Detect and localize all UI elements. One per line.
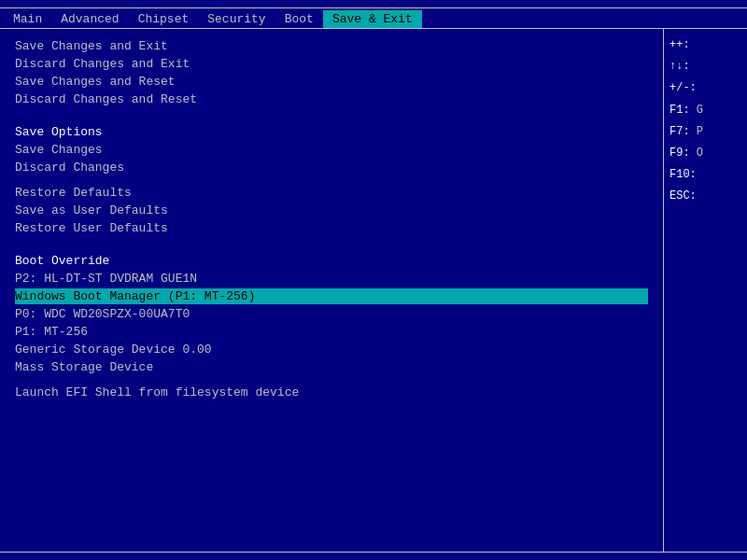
nav-tab-save---exit[interactable]: Save & Exit — [323, 10, 422, 28]
menu-spacer-12 — [15, 238, 648, 244]
menu-item-17[interactable]: P1: MT-256 — [15, 324, 648, 340]
menu-item-18[interactable]: Generic Storage Device 0.00 — [15, 342, 648, 357]
menu-item-1[interactable]: Discard Changes and Exit — [15, 56, 648, 72]
menu-item-10[interactable]: Save as User Defaults — [15, 203, 648, 218]
help-key-5: F9: O — [669, 145, 741, 162]
title-bar — [0, 0, 747, 8]
menu-item-15[interactable]: Windows Boot Manager (P1: MT-256) — [15, 288, 648, 304]
menu-item-7[interactable]: Discard Changes — [15, 160, 648, 175]
menu-item-2[interactable]: Save Changes and Reset — [15, 74, 648, 90]
help-key-7: ESC: — [669, 188, 741, 205]
left-panel: Save Changes and ExitDiscard Changes and… — [0, 29, 663, 552]
right-panel: ++: ↑↓: +/-: F1: GF7: PF9: OF10: ESC: — [663, 29, 747, 552]
menu-item-0[interactable]: Save Changes and Exit — [15, 38, 648, 54]
menu-spacer-8 — [15, 177, 648, 183]
menu-spacer-20 — [15, 377, 648, 383]
menu-item-3[interactable]: Discard Changes and Reset — [15, 91, 648, 107]
nav-tab-boot[interactable]: Boot — [275, 10, 323, 28]
nav-tab-main[interactable]: Main — [4, 10, 51, 28]
nav-tabs: MainAdvancedChipsetSecurityBootSave & Ex… — [0, 8, 747, 29]
bios-screen: MainAdvancedChipsetSecurityBootSave & Ex… — [0, 0, 747, 560]
nav-tab-security[interactable]: Security — [198, 10, 275, 28]
menu-spacer-4 — [15, 109, 648, 115]
help-key-6: F10: — [669, 166, 741, 184]
menu-item-21[interactable]: Launch EFI Shell from filesystem device — [15, 385, 648, 400]
menu-item-5: Save Options — [15, 124, 648, 140]
footer — [0, 552, 747, 560]
help-key-4: F7: P — [669, 123, 741, 141]
menu-item-11[interactable]: Restore User Defaults — [15, 220, 648, 236]
nav-tab-chipset[interactable]: Chipset — [129, 10, 199, 28]
menu-item-14[interactable]: P2: HL-DT-ST DVDRAM GUE1N — [15, 271, 648, 287]
menu-item-6[interactable]: Save Changes — [15, 142, 648, 158]
menu-item-13: Boot Override — [15, 253, 648, 269]
nav-tab-advanced[interactable]: Advanced — [51, 10, 128, 28]
menu-item-19[interactable]: Mass Storage Device — [15, 359, 648, 375]
menu-item-9[interactable]: Restore Defaults — [15, 185, 648, 201]
help-key-2: +/-: — [669, 79, 741, 97]
help-key-0: ++: — [669, 36, 741, 54]
menu-item-16[interactable]: P0: WDC WD20SPZX-00UA7T0 — [15, 306, 648, 322]
help-key-3: F1: G — [669, 102, 741, 119]
help-key-1: ↑↓: — [669, 58, 741, 76]
main-content: Save Changes and ExitDiscard Changes and… — [0, 29, 747, 552]
